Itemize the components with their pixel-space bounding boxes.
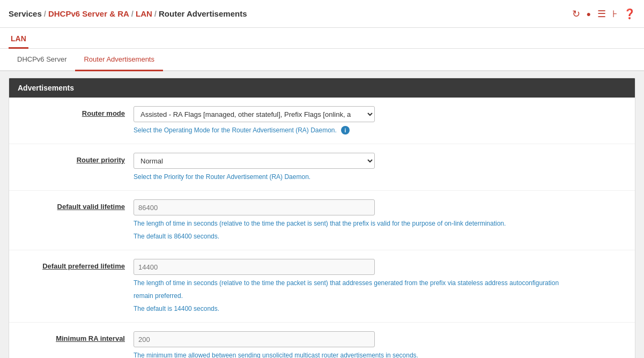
help-icon[interactable]: ❓: [624, 8, 635, 20]
router-mode-info-icon[interactable]: i: [341, 126, 350, 135]
lan-tab-section: LAN: [0, 28, 644, 49]
table-icon[interactable]: ⊦: [612, 8, 617, 20]
default-valid-lifetime-help2: The default is 86400 seconds.: [134, 232, 626, 241]
router-priority-link[interactable]: Router priority: [77, 156, 125, 164]
advertisements-card: Advertisements Router mode Disabled - Do…: [9, 78, 635, 358]
minimum-ra-interval-label: Minimum RA interval: [18, 331, 125, 342]
breadcrumb-root: Services: [9, 9, 42, 18]
default-preferred-lifetime-link[interactable]: Default preferred lifetime: [42, 262, 125, 270]
breadcrumb-lan[interactable]: LAN: [136, 9, 152, 18]
router-mode-help-line: Select the Operating Mode for the Router…: [134, 125, 626, 135]
default-valid-lifetime-label: Default valid lifetime: [18, 199, 125, 211]
subtab-bar: DHCPv6 Server Router Advertisements: [0, 49, 644, 71]
minimum-ra-interval-row: Minimum RA interval The minimum time all…: [9, 323, 635, 358]
default-preferred-lifetime-row: Default preferred lifetime The length of…: [9, 250, 635, 323]
topbar-icons: ↻ ● ☰ ⊦ ❓: [572, 8, 635, 20]
section-header: Advertisements: [9, 78, 635, 98]
router-mode-link[interactable]: Router mode: [82, 109, 125, 117]
default-preferred-lifetime-help2: remain preferred.: [134, 291, 626, 301]
minimum-ra-interval-controls: The minimum time allowed between sending…: [134, 331, 626, 358]
breadcrumb: Services / DHCPv6 Server & RA / LAN / Ro…: [9, 9, 247, 18]
default-valid-lifetime-row: Default valid lifetime The length of tim…: [9, 191, 635, 250]
default-preferred-lifetime-controls: The length of time in seconds (relative …: [134, 259, 626, 314]
breadcrumb-sep3: /: [154, 9, 157, 18]
refresh-icon[interactable]: ↻: [572, 8, 580, 20]
breadcrumb-sep1: /: [44, 9, 46, 18]
router-mode-label: Router mode: [18, 106, 125, 117]
tab-dhcpv6-server[interactable]: DHCPv6 Server: [9, 49, 75, 71]
breadcrumb-sep2: /: [131, 9, 134, 18]
default-preferred-lifetime-label: Default preferred lifetime: [18, 259, 125, 270]
router-mode-select[interactable]: Disabled - Don't configure routesServer-…: [134, 106, 375, 122]
router-mode-controls: Disabled - Don't configure routesServer-…: [134, 106, 626, 135]
router-priority-help: Select the Priority for the Router Adver…: [134, 172, 626, 182]
default-valid-lifetime-controls: The length of time in seconds (relative …: [134, 199, 626, 241]
default-preferred-lifetime-help1: The length of time in seconds (relative …: [134, 278, 626, 288]
router-mode-row: Router mode Disabled - Don't configure r…: [9, 98, 635, 144]
router-priority-select[interactable]: LowNormalHigh: [134, 153, 375, 169]
tab-router-advertisements[interactable]: Router Advertisements: [75, 49, 163, 71]
breadcrumb-dhcpv6[interactable]: DHCPv6 Server & RA: [48, 9, 129, 18]
topbar: Services / DHCPv6 Server & RA / LAN / Ro…: [0, 0, 644, 28]
minimum-ra-interval-link[interactable]: Minimum RA interval: [56, 334, 125, 342]
menu-icon[interactable]: ☰: [597, 8, 606, 20]
router-priority-controls: LowNormalHigh Select the Priority for th…: [134, 153, 626, 182]
router-priority-label: Router priority: [18, 153, 125, 164]
router-mode-help: Select the Operating Mode for the Router…: [134, 125, 337, 135]
lan-tab[interactable]: LAN: [9, 28, 28, 49]
circle-icon[interactable]: ●: [587, 10, 591, 18]
default-preferred-lifetime-input[interactable]: [134, 259, 375, 275]
breadcrumb-current: Router Advertisements: [159, 9, 247, 18]
minimum-ra-interval-input[interactable]: [134, 331, 375, 347]
main-content: Advertisements Router mode Disabled - Do…: [0, 71, 644, 358]
minimum-ra-interval-help1: The minimum time allowed between sending…: [134, 350, 626, 358]
default-preferred-lifetime-help3: The default is 14400 seconds.: [134, 304, 626, 314]
router-priority-row: Router priority LowNormalHigh Select the…: [9, 144, 635, 191]
default-valid-lifetime-help1: The length of time in seconds (relative …: [134, 219, 626, 228]
default-valid-lifetime-input[interactable]: [134, 199, 375, 215]
default-valid-lifetime-link[interactable]: Default valid lifetime: [57, 203, 125, 211]
